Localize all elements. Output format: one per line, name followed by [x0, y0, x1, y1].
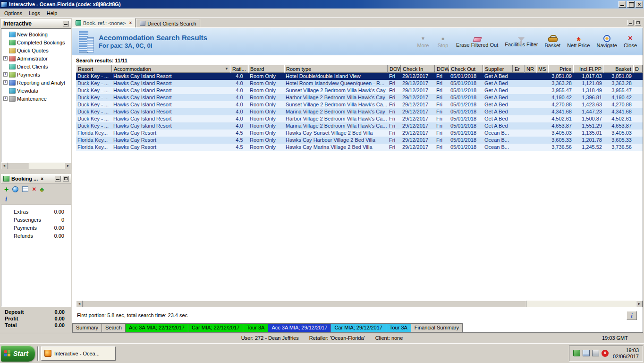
- clear-results-icon[interactable]: [22, 186, 28, 192]
- scroll-left-icon[interactable]: [76, 301, 83, 307]
- scroll-left-icon[interactable]: [1, 163, 8, 169]
- booking-panel-minimize-button[interactable]: [55, 176, 61, 182]
- bottom-tab-summary[interactable]: Summary: [72, 323, 102, 332]
- info-button[interactable]: [627, 311, 637, 320]
- bottom-tab-car-mia-29-12-2017[interactable]: Car MIA; 29/12/2017: [330, 323, 386, 332]
- bottom-tab-financial-summary[interactable]: Financial Summary: [411, 323, 463, 332]
- table-row[interactable]: Duck Key - ...Hawks Cay Island Resort4.0…: [76, 80, 643, 87]
- table-row[interactable]: Florida Key...Hawks Cay Resort4.5Room On…: [76, 137, 643, 144]
- filter-icon[interactable]: [225, 67, 229, 71]
- tab-direct-clients-search[interactable]: Direct Clients Search: [136, 19, 200, 27]
- taskbar-task-button[interactable]: Interactive - Ocea...: [41, 346, 116, 361]
- column-header-supplier[interactable]: Supplier: [483, 65, 513, 73]
- sidebar-item-completed-bookings[interactable]: Completed Bookings: [1, 38, 71, 46]
- sidebar-item-viewdata[interactable]: Viewdata: [1, 86, 71, 95]
- facilities-filter-button[interactable]: Facilities Filter: [505, 36, 538, 47]
- table-row[interactable]: Duck Key - ...Hawks Cay Island Resort4.0…: [76, 122, 643, 130]
- column-header-er[interactable]: Er: [513, 65, 525, 73]
- sidebar-item-administrator[interactable]: Administrator: [1, 54, 71, 62]
- bottom-tab-search[interactable]: Search: [102, 323, 126, 332]
- minimize-button[interactable]: [619, 1, 626, 8]
- web-search-icon[interactable]: [12, 186, 18, 192]
- sidebar-minimize-button[interactable]: [63, 21, 69, 26]
- cell: Fri: [435, 137, 449, 144]
- column-header-dow[interactable]: DOW: [435, 65, 449, 73]
- column-header-incl-fl-pp[interactable]: Incl.Fl.PP: [573, 65, 603, 73]
- sidebar-item-new-booking[interactable]: New Booking: [1, 30, 71, 38]
- column-header-accommodation[interactable]: Accommodation: [112, 65, 230, 73]
- sidebar-item-reporting-and-analyt[interactable]: Reporting and Analyt: [1, 78, 71, 86]
- tray-network-icon[interactable]: [592, 350, 599, 356]
- holiday-icon[interactable]: [40, 186, 44, 192]
- expander-icon[interactable]: [3, 80, 8, 85]
- cell: Fri: [388, 130, 401, 137]
- bottom-tab-car-mia-22-12-2017[interactable]: Car MIA; 22/12/2017: [188, 323, 244, 332]
- column-header-nr[interactable]: NR: [525, 65, 536, 73]
- sidebar-item-payments[interactable]: Payments: [1, 70, 71, 78]
- booking-field-extras: Extras0.00: [1, 209, 71, 217]
- table-row[interactable]: Florida Key...Hawks Cay Resort4.5Room On…: [76, 130, 643, 137]
- navigate-button[interactable]: Navigate: [596, 35, 617, 48]
- direct-clients-icon: [9, 64, 16, 69]
- booking-panel-close-icon[interactable]: [40, 176, 44, 182]
- sidebar-item-direct-clients[interactable]: Direct Clients: [1, 62, 71, 70]
- booking-panel-maximize-button[interactable]: [63, 176, 69, 182]
- column-header-room-type[interactable]: Room type: [284, 65, 388, 73]
- table-row[interactable]: Duck Key - ...Hawks Cay Island Resort4.0…: [76, 115, 643, 122]
- table-row[interactable]: Duck Key - ...Hawks Cay Island Resort4.0…: [76, 73, 643, 80]
- menu-item-help[interactable]: Help: [43, 9, 61, 17]
- tab-close-icon[interactable]: [129, 20, 132, 26]
- scroll-thumb[interactable]: [8, 163, 29, 169]
- column-header-dow[interactable]: DOW: [388, 65, 401, 73]
- tray-error-icon[interactable]: [602, 350, 609, 357]
- nett-price-button[interactable]: Nett Price: [567, 35, 590, 48]
- column-header-check-out[interactable]: Check Out: [449, 65, 483, 73]
- menu-bar: OptionsLogsHelp: [0, 9, 644, 18]
- bottom-tab-tour-3a[interactable]: Tour 3A: [243, 323, 268, 332]
- bottom-tab-tour-3a[interactable]: Tour 3A: [386, 323, 411, 332]
- expander-icon[interactable]: [3, 72, 8, 77]
- tray-app-icon[interactable]: [573, 350, 580, 356]
- erase-filtered-out-button[interactable]: Erase Filtered Out: [456, 35, 498, 48]
- scroll-track[interactable]: [29, 163, 65, 169]
- add-icon[interactable]: [4, 186, 8, 192]
- bottom-tab-acc-3a-mia-22-12-2017[interactable]: Acc 3A MIA; 22/12/2017: [125, 323, 188, 332]
- table-row[interactable]: Florida Key...Hawks Cay Resort4.5Room On…: [76, 144, 643, 151]
- table-row[interactable]: Duck Key - ...Hawks Cay Island Resort4.0…: [76, 87, 643, 94]
- table-row[interactable]: Duck Key - ...Hawks Cay Island Resort4.0…: [76, 94, 643, 101]
- expander-icon[interactable]: [3, 56, 8, 60]
- total-value: 0.00: [55, 316, 65, 322]
- column-header-resort[interactable]: Resort: [76, 65, 112, 73]
- basket-button[interactable]: Basket: [545, 35, 561, 48]
- column-header-ms[interactable]: MS: [536, 65, 548, 73]
- table-row[interactable]: Duck Key - ...Hawks Cay Island Resort4.0…: [76, 101, 643, 108]
- column-header-d[interactable]: D: [633, 65, 643, 73]
- scroll-right-icon[interactable]: [636, 301, 643, 307]
- panel-splitter[interactable]: [1, 169, 71, 174]
- pane-maximize-button[interactable]: [635, 20, 641, 26]
- info-icon[interactable]: [1, 195, 71, 205]
- tab-book-ref-none[interactable]: Book. ref.: <none>: [72, 18, 136, 27]
- close-button[interactable]: [636, 1, 643, 8]
- delete-icon[interactable]: [32, 186, 36, 192]
- sidebar-item-maintenance[interactable]: Maintenance: [1, 95, 71, 103]
- start-button[interactable]: Start: [1, 346, 35, 362]
- scroll-track[interactable]: [526, 301, 636, 307]
- expander-icon[interactable]: [3, 96, 8, 101]
- sidebar-item-quick-quotes[interactable]: Quick Quotes: [1, 46, 71, 54]
- column-header-basket[interactable]: Basket: [603, 65, 633, 73]
- table-row[interactable]: Duck Key - ...Hawks Cay Island Resort4.0…: [76, 108, 643, 115]
- restore-button[interactable]: [627, 1, 635, 8]
- tray-display-icon[interactable]: [583, 350, 590, 356]
- pane-minimize-button[interactable]: [627, 20, 634, 26]
- close-button[interactable]: Close: [624, 35, 637, 48]
- scroll-thumb[interactable]: [83, 301, 526, 307]
- column-header-price[interactable]: Price: [548, 65, 573, 73]
- scroll-right-icon[interactable]: [65, 163, 71, 169]
- bottom-tab-acc-3a-mia-29-12-2017[interactable]: Acc 3A MIA; 29/12/2017: [268, 323, 331, 332]
- column-header-check-in[interactable]: Check In: [401, 65, 435, 73]
- column-header-board[interactable]: Board: [248, 65, 284, 73]
- menu-item-logs[interactable]: Logs: [25, 9, 43, 17]
- menu-item-options[interactable]: Options: [1, 9, 25, 17]
- column-header-rati[interactable]: Rati...: [230, 65, 248, 73]
